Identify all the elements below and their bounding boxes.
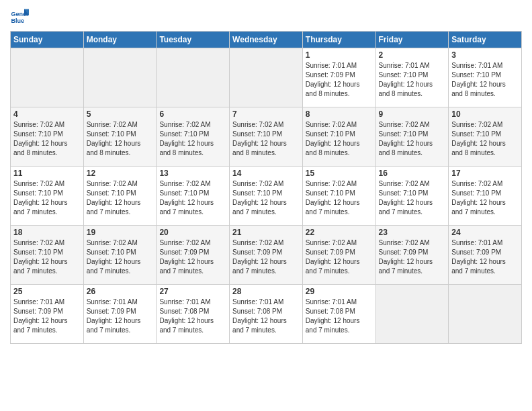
calendar-cell: 23Sunrise: 7:02 AM Sunset: 7:09 PM Dayli… bbox=[375, 226, 449, 285]
day-number: 23 bbox=[379, 228, 446, 237]
day-info: Sunrise: 7:02 AM Sunset: 7:10 PM Dayligh… bbox=[451, 120, 519, 158]
calendar-cell: 26Sunrise: 7:01 AM Sunset: 7:09 PM Dayli… bbox=[83, 285, 157, 344]
calendar-cell: 11Sunrise: 7:02 AM Sunset: 7:10 PM Dayli… bbox=[11, 167, 84, 226]
weekday-header-friday: Friday bbox=[375, 32, 449, 48]
calendar-cell: 20Sunrise: 7:02 AM Sunset: 7:09 PM Dayli… bbox=[157, 226, 230, 285]
calendar-cell: 29Sunrise: 7:01 AM Sunset: 7:08 PM Dayli… bbox=[302, 285, 375, 344]
calendar-table: SundayMondayTuesdayWednesdayThursdayFrid… bbox=[10, 31, 522, 344]
calendar-cell bbox=[157, 48, 230, 107]
calendar-header: SundayMondayTuesdayWednesdayThursdayFrid… bbox=[11, 32, 522, 48]
day-number: 12 bbox=[87, 169, 154, 178]
day-number: 6 bbox=[159, 109, 226, 119]
day-number: 7 bbox=[232, 109, 300, 119]
day-number: 17 bbox=[451, 169, 519, 178]
day-number: 20 bbox=[159, 228, 226, 237]
day-info: Sunrise: 7:01 AM Sunset: 7:10 PM Dayligh… bbox=[379, 61, 446, 99]
day-info: Sunrise: 7:02 AM Sunset: 7:10 PM Dayligh… bbox=[306, 120, 373, 158]
weekday-header-thursday: Thursday bbox=[302, 32, 375, 48]
logo-icon: General Blue bbox=[10, 7, 29, 26]
day-info: Sunrise: 7:01 AM Sunset: 7:08 PM Dayligh… bbox=[159, 298, 226, 335]
calendar-cell bbox=[375, 285, 449, 344]
day-number: 22 bbox=[306, 228, 373, 237]
day-info: Sunrise: 7:02 AM Sunset: 7:10 PM Dayligh… bbox=[87, 238, 154, 276]
calendar-cell: 16Sunrise: 7:02 AM Sunset: 7:10 PM Dayli… bbox=[375, 167, 449, 226]
day-info: Sunrise: 7:02 AM Sunset: 7:10 PM Dayligh… bbox=[87, 179, 154, 217]
day-number: 2 bbox=[379, 50, 446, 60]
day-number: 4 bbox=[13, 109, 81, 119]
day-info: Sunrise: 7:02 AM Sunset: 7:10 PM Dayligh… bbox=[159, 120, 226, 158]
day-number: 14 bbox=[232, 169, 300, 178]
day-info: Sunrise: 7:02 AM Sunset: 7:09 PM Dayligh… bbox=[159, 238, 226, 276]
day-number: 24 bbox=[451, 228, 519, 237]
day-info: Sunrise: 7:02 AM Sunset: 7:10 PM Dayligh… bbox=[306, 179, 373, 217]
logo: General Blue bbox=[10, 7, 31, 26]
weekday-header-monday: Monday bbox=[83, 32, 157, 48]
day-info: Sunrise: 7:01 AM Sunset: 7:08 PM Dayligh… bbox=[232, 298, 300, 335]
svg-text:Blue: Blue bbox=[11, 17, 24, 24]
calendar-cell: 2Sunrise: 7:01 AM Sunset: 7:10 PM Daylig… bbox=[375, 48, 449, 107]
day-number: 15 bbox=[306, 169, 373, 178]
calendar-cell: 18Sunrise: 7:02 AM Sunset: 7:10 PM Dayli… bbox=[11, 226, 84, 285]
weekday-header-wednesday: Wednesday bbox=[230, 32, 303, 48]
calendar-cell: 22Sunrise: 7:02 AM Sunset: 7:09 PM Dayli… bbox=[302, 226, 375, 285]
calendar-body: 1Sunrise: 7:01 AM Sunset: 7:09 PM Daylig… bbox=[11, 48, 522, 344]
calendar-cell: 7Sunrise: 7:02 AM Sunset: 7:10 PM Daylig… bbox=[230, 107, 303, 167]
weekday-header-saturday: Saturday bbox=[449, 32, 522, 48]
calendar-cell: 9Sunrise: 7:02 AM Sunset: 7:10 PM Daylig… bbox=[375, 107, 449, 167]
weekday-header-sunday: Sunday bbox=[11, 32, 84, 48]
day-info: Sunrise: 7:01 AM Sunset: 7:09 PM Dayligh… bbox=[13, 298, 81, 335]
day-info: Sunrise: 7:02 AM Sunset: 7:10 PM Dayligh… bbox=[159, 179, 226, 217]
day-number: 16 bbox=[379, 169, 446, 178]
day-info: Sunrise: 7:02 AM Sunset: 7:10 PM Dayligh… bbox=[13, 238, 81, 276]
day-info: Sunrise: 7:02 AM Sunset: 7:09 PM Dayligh… bbox=[306, 238, 373, 276]
calendar-cell: 12Sunrise: 7:02 AM Sunset: 7:10 PM Dayli… bbox=[83, 167, 157, 226]
day-number: 18 bbox=[13, 228, 81, 237]
day-number: 21 bbox=[232, 228, 300, 237]
page-header: General Blue bbox=[10, 7, 522, 26]
calendar-cell: 10Sunrise: 7:02 AM Sunset: 7:10 PM Dayli… bbox=[449, 107, 522, 167]
day-info: Sunrise: 7:02 AM Sunset: 7:10 PM Dayligh… bbox=[451, 179, 519, 217]
day-info: Sunrise: 7:02 AM Sunset: 7:10 PM Dayligh… bbox=[232, 179, 300, 217]
calendar-cell: 3Sunrise: 7:01 AM Sunset: 7:10 PM Daylig… bbox=[449, 48, 522, 107]
day-info: Sunrise: 7:01 AM Sunset: 7:08 PM Dayligh… bbox=[306, 298, 373, 335]
day-number: 9 bbox=[379, 109, 446, 119]
day-info: Sunrise: 7:01 AM Sunset: 7:09 PM Dayligh… bbox=[451, 238, 519, 276]
calendar-cell bbox=[230, 48, 303, 107]
calendar-cell bbox=[11, 48, 84, 107]
day-number: 29 bbox=[306, 287, 373, 296]
day-info: Sunrise: 7:02 AM Sunset: 7:10 PM Dayligh… bbox=[13, 179, 81, 217]
day-number: 1 bbox=[306, 50, 373, 60]
calendar-cell: 15Sunrise: 7:02 AM Sunset: 7:10 PM Dayli… bbox=[302, 167, 375, 226]
calendar-cell: 25Sunrise: 7:01 AM Sunset: 7:09 PM Dayli… bbox=[11, 285, 84, 344]
calendar-cell: 24Sunrise: 7:01 AM Sunset: 7:09 PM Dayli… bbox=[449, 226, 522, 285]
calendar-week-row: 25Sunrise: 7:01 AM Sunset: 7:09 PM Dayli… bbox=[11, 285, 522, 344]
day-number: 13 bbox=[159, 169, 226, 178]
calendar-cell bbox=[449, 285, 522, 344]
day-number: 5 bbox=[87, 109, 154, 119]
calendar-cell: 13Sunrise: 7:02 AM Sunset: 7:10 PM Dayli… bbox=[157, 167, 230, 226]
day-info: Sunrise: 7:02 AM Sunset: 7:10 PM Dayligh… bbox=[232, 120, 300, 158]
calendar-cell: 8Sunrise: 7:02 AM Sunset: 7:10 PM Daylig… bbox=[302, 107, 375, 167]
calendar-cell: 5Sunrise: 7:02 AM Sunset: 7:10 PM Daylig… bbox=[83, 107, 157, 167]
calendar-cell: 17Sunrise: 7:02 AM Sunset: 7:10 PM Dayli… bbox=[449, 167, 522, 226]
calendar-week-row: 18Sunrise: 7:02 AM Sunset: 7:10 PM Dayli… bbox=[11, 226, 522, 285]
calendar-cell: 27Sunrise: 7:01 AM Sunset: 7:08 PM Dayli… bbox=[157, 285, 230, 344]
day-info: Sunrise: 7:02 AM Sunset: 7:09 PM Dayligh… bbox=[232, 238, 300, 276]
day-info: Sunrise: 7:02 AM Sunset: 7:10 PM Dayligh… bbox=[13, 120, 81, 158]
day-info: Sunrise: 7:01 AM Sunset: 7:09 PM Dayligh… bbox=[87, 298, 154, 335]
day-info: Sunrise: 7:02 AM Sunset: 7:10 PM Dayligh… bbox=[379, 120, 446, 158]
calendar-week-row: 11Sunrise: 7:02 AM Sunset: 7:10 PM Dayli… bbox=[11, 167, 522, 226]
weekday-header-tuesday: Tuesday bbox=[157, 32, 230, 48]
calendar-cell: 19Sunrise: 7:02 AM Sunset: 7:10 PM Dayli… bbox=[83, 226, 157, 285]
calendar-cell: 28Sunrise: 7:01 AM Sunset: 7:08 PM Dayli… bbox=[230, 285, 303, 344]
calendar-cell: 6Sunrise: 7:02 AM Sunset: 7:10 PM Daylig… bbox=[157, 107, 230, 167]
day-number: 10 bbox=[451, 109, 519, 119]
day-number: 27 bbox=[159, 287, 226, 296]
day-info: Sunrise: 7:01 AM Sunset: 7:10 PM Dayligh… bbox=[451, 61, 519, 99]
calendar-cell: 21Sunrise: 7:02 AM Sunset: 7:09 PM Dayli… bbox=[230, 226, 303, 285]
weekday-header-row: SundayMondayTuesdayWednesdayThursdayFrid… bbox=[11, 32, 522, 48]
day-number: 8 bbox=[306, 109, 373, 119]
calendar-cell: 14Sunrise: 7:02 AM Sunset: 7:10 PM Dayli… bbox=[230, 167, 303, 226]
day-info: Sunrise: 7:02 AM Sunset: 7:10 PM Dayligh… bbox=[379, 179, 446, 217]
day-number: 19 bbox=[87, 228, 154, 237]
